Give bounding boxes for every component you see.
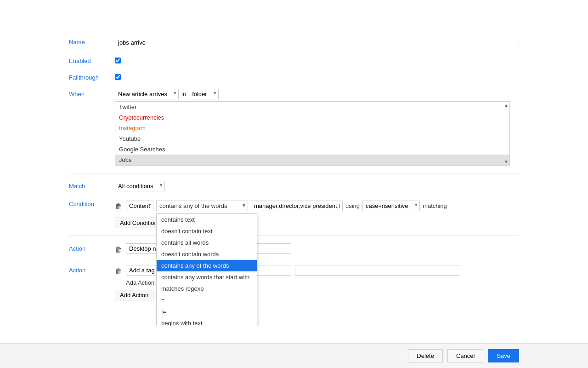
trigger-select-wrapper: New article arrives: [115, 89, 179, 99]
list-item[interactable]: Youtube: [115, 133, 509, 144]
list-item[interactable]: Instagram: [115, 123, 509, 133]
list-item[interactable]: Google Searches: [115, 144, 509, 155]
action-row-2: Action 🗑 Ada Action Add Action: [69, 265, 519, 300]
condition-type-select-visual[interactable]: contains any of the words ▾: [156, 201, 248, 211]
folder-select[interactable]: folder: [189, 89, 219, 99]
condition-value-input[interactable]: [251, 201, 343, 211]
fallthrough-content: [115, 72, 519, 81]
condition-type-wrapper: contains any of the words ▾ contains tex…: [156, 201, 248, 211]
list-item[interactable]: Cryptocurrencies: [115, 112, 509, 123]
dropdown-option[interactable]: !=: [157, 306, 257, 317]
scrollbar-up-icon[interactable]: ▲: [504, 103, 509, 108]
folder-list-container: Twitter Cryptocurrencies Instagram Youtu…: [115, 101, 510, 166]
dropdown-option[interactable]: doesn't contain words: [157, 248, 257, 260]
match-label: Match: [69, 181, 115, 190]
match-controls: All conditions: [115, 181, 519, 191]
when-row: When New article arrives in folder T: [69, 89, 519, 166]
list-item[interactable]: Twitter: [115, 102, 509, 112]
enabled-checkbox[interactable]: [115, 58, 121, 63]
matching-text: matching: [423, 202, 447, 209]
condition-controls: Content contains any of the words ▾ cont…: [126, 201, 447, 211]
condition-type-value: contains any of the words: [159, 202, 227, 209]
divider-2: [69, 236, 519, 236]
enabled-content: [115, 56, 519, 65]
when-label: When: [69, 89, 115, 98]
add-action-button[interactable]: Add Action: [115, 290, 153, 300]
match-select[interactable]: All conditions: [115, 181, 165, 191]
using-text: using: [345, 202, 360, 209]
name-content: [115, 37, 519, 48]
dropdown-option[interactable]: contains any words that start with: [157, 271, 257, 283]
condition-row-outer: Condition 🗑 Content contains any of the …: [69, 199, 519, 228]
divider-1: [69, 173, 519, 173]
enabled-row: Enabled: [69, 56, 519, 65]
enabled-label: Enabled: [69, 56, 115, 64]
fallthrough-row: Fallthrough: [69, 72, 519, 81]
condition-field-select[interactable]: Content: [126, 201, 153, 211]
list-item[interactable]: Jobs: [115, 155, 509, 165]
action-label-2: Action: [69, 265, 115, 274]
action-tag-input[interactable]: [295, 265, 460, 276]
dropdown-option[interactable]: contains any of the words: [157, 260, 257, 271]
condition-label: Condition: [69, 199, 115, 207]
action-label-1: Action: [69, 243, 115, 252]
action-delete-icon-1[interactable]: 🗑: [115, 244, 122, 254]
fallthrough-checkbox[interactable]: [115, 74, 121, 80]
chevron-down-icon: ▾: [243, 202, 245, 208]
dropdown-option[interactable]: matches regexp: [157, 283, 257, 294]
case-select[interactable]: case-insensitive case-sensitive: [362, 201, 420, 211]
dropdown-option[interactable]: begins with text: [157, 317, 257, 326]
condition-type-dropdown: contains text doesn't contain text conta…: [156, 213, 257, 326]
condition-controls-row: 🗑 Content contains any of the words ▾: [115, 201, 519, 211]
condition-content: 🗑 Content contains any of the words ▾: [115, 201, 519, 228]
folder-select-wrapper: folder: [189, 89, 219, 99]
dropdown-option[interactable]: =: [157, 294, 257, 306]
case-select-wrapper: case-insensitive case-sensitive: [362, 201, 420, 211]
dropdown-option[interactable]: contains all words: [157, 237, 257, 248]
fallthrough-label: Fallthrough: [69, 72, 115, 81]
match-row: Match All conditions: [69, 181, 519, 191]
folder-list: Twitter Cryptocurrencies Instagram Youtu…: [115, 102, 509, 165]
condition-delete-icon[interactable]: 🗑: [115, 201, 122, 211]
name-row: Name: [69, 37, 519, 48]
condition-field-wrapper: Content: [126, 201, 153, 211]
when-controls: New article arrives in folder: [115, 89, 519, 99]
match-select-wrapper: All conditions: [115, 181, 165, 191]
name-input[interactable]: [115, 37, 519, 48]
dropdown-option[interactable]: contains text: [157, 214, 257, 225]
name-label: Name: [69, 37, 115, 46]
action-delete-icon-2[interactable]: 🗑: [115, 265, 122, 276]
when-content: New article arrives in folder Twitter Cr…: [115, 89, 519, 166]
add-condition-button[interactable]: Add Condition: [115, 218, 163, 228]
action-row-1: Action 🗑: [69, 243, 519, 258]
scrollbar-down-icon[interactable]: ▼: [504, 159, 509, 164]
dropdown-option[interactable]: doesn't contain text: [157, 225, 257, 237]
in-text: in: [181, 91, 186, 98]
match-content: All conditions: [115, 181, 519, 191]
trigger-select[interactable]: New article arrives: [115, 89, 179, 99]
